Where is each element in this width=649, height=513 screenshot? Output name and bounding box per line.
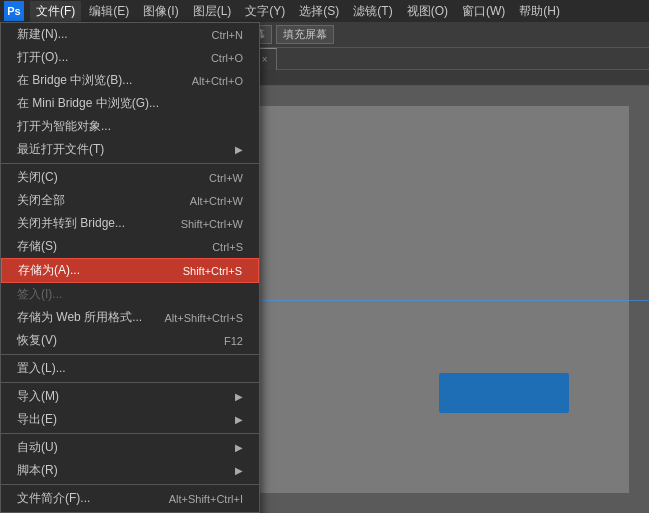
menu-item-checkin[interactable]: 签入(I)... [1,283,259,306]
menu-item-bridge[interactable]: 在 Bridge 中浏览(B)... Alt+Ctrl+O [1,69,259,92]
menu-item-mini-bridge[interactable]: 在 Mini Bridge 中浏览(G)... [1,92,259,115]
tab-close-button[interactable]: × [262,54,268,65]
menu-item-close-all[interactable]: 关闭全部 Alt+Ctrl+W [1,189,259,212]
menu-item-scripts[interactable]: 脚本(R) ▶ [1,459,259,482]
menu-edit[interactable]: 编辑(E) [83,1,135,22]
menu-item-save[interactable]: 存储(S) Ctrl+S [1,235,259,258]
menu-item-export[interactable]: 导出(E) ▶ [1,408,259,431]
separator-2 [1,354,259,355]
menu-item-revert[interactable]: 恢复(V) F12 [1,329,259,352]
menu-item-open-smart[interactable]: 打开为智能对象... [1,115,259,138]
menu-item-open[interactable]: 打开(O)... Ctrl+O [1,46,259,69]
separator-4 [1,433,259,434]
menu-item-recent[interactable]: 最近打开文件(T) ▶ [1,138,259,161]
menu-item-close[interactable]: 关闭(C) Ctrl+W [1,166,259,189]
app-logo: Ps [4,1,24,21]
menu-help[interactable]: 帮助(H) [513,1,566,22]
menu-item-automate[interactable]: 自动(U) ▶ [1,436,259,459]
fill-screen-button[interactable]: 填充屏幕 [276,25,334,44]
menu-item-save-as[interactable]: 存储为(A)... Shift+Ctrl+S [1,258,259,283]
menu-view[interactable]: 视图(O) [401,1,454,22]
menu-item-close-bridge[interactable]: 关闭并转到 Bridge... Shift+Ctrl+W [1,212,259,235]
menu-item-import[interactable]: 导入(M) ▶ [1,385,259,408]
file-dropdown-panel: 新建(N)... Ctrl+N 打开(O)... Ctrl+O 在 Bridge… [0,22,260,513]
menu-item-place[interactable]: 置入(L)... [1,357,259,380]
separator-3 [1,382,259,383]
menu-file[interactable]: 文件(F) [30,1,81,22]
separator-5 [1,484,259,485]
menu-bar: Ps 文件(F) 编辑(E) 图像(I) 图层(L) 文字(Y) 选择(S) 滤… [0,0,649,22]
menu-text[interactable]: 文字(Y) [239,1,291,22]
menu-item-save-web[interactable]: 存储为 Web 所用格式... Alt+Shift+Ctrl+S [1,306,259,329]
menu-filter[interactable]: 滤镜(T) [347,1,398,22]
menu-item-new[interactable]: 新建(N)... Ctrl+N [1,23,259,46]
menu-item-file-info[interactable]: 文件简介(F)... Alt+Shift+Ctrl+I [1,487,259,510]
file-menu-dropdown: 新建(N)... Ctrl+N 打开(O)... Ctrl+O 在 Bridge… [0,22,260,513]
menu-select[interactable]: 选择(S) [293,1,345,22]
menu-image[interactable]: 图像(I) [137,1,184,22]
separator-1 [1,163,259,164]
blue-rectangle-shape [439,373,569,413]
menu-window[interactable]: 窗口(W) [456,1,511,22]
menu-layer[interactable]: 图层(L) [187,1,238,22]
